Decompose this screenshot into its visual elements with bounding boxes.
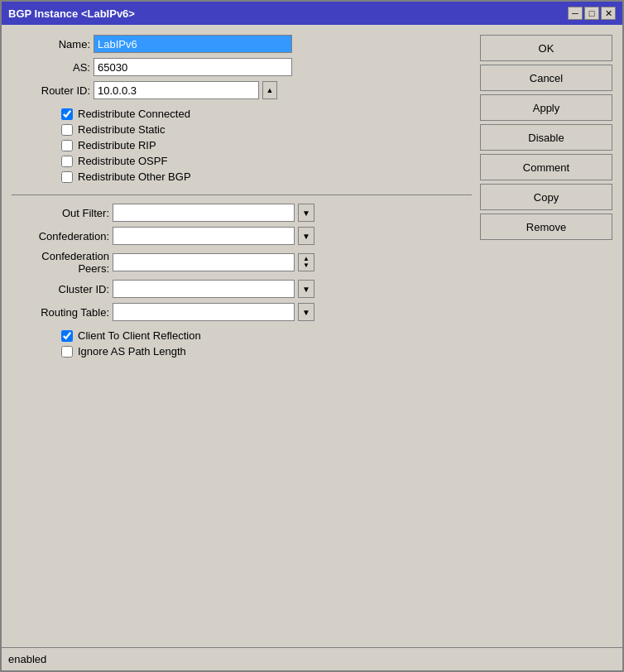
confederation-input[interactable]: [113, 227, 295, 245]
cancel-button[interactable]: Cancel: [480, 65, 612, 91]
side-panel: OK Cancel Apply Disable Comment Copy Rem…: [480, 35, 612, 637]
maximize-button[interactable]: □: [584, 7, 599, 20]
checkbox-row-1: Redistribute Connected: [61, 108, 472, 120]
client-to-client-checkbox[interactable]: [61, 330, 73, 342]
main-panel: Name: AS: Router ID: ▲ Redistribute Conn…: [12, 35, 472, 637]
confederation-label: Confederation:: [12, 230, 109, 242]
confederation-row: Confederation: ▼: [12, 227, 472, 245]
out-filter-input[interactable]: [113, 204, 295, 222]
conf-peers-spinner-btn[interactable]: ▲ ▼: [298, 253, 314, 271]
redistribute-connected-checkbox[interactable]: [61, 108, 73, 120]
as-row: AS:: [12, 58, 472, 76]
routing-table-label: Routing Table:: [12, 306, 109, 319]
checkbox-row-2: Redistribute Static: [61, 123, 472, 136]
checkbox-row-6: Client To Client Reflection: [61, 329, 472, 342]
ignore-as-path-label: Ignore AS Path Length: [78, 345, 186, 358]
copy-button[interactable]: Copy: [480, 184, 612, 210]
title-bar-buttons: ─ □ ✕: [568, 7, 616, 20]
redistribute-other-bgp-checkbox[interactable]: [61, 171, 73, 183]
routerid-label: Router ID:: [12, 84, 90, 97]
confederation-dropdown-btn[interactable]: ▼: [298, 227, 314, 245]
cluster-id-dropdown-btn[interactable]: ▼: [298, 280, 314, 298]
bottom-checkboxes: Client To Client Reflection Ignore AS Pa…: [61, 326, 472, 361]
redistribute-checkboxes: Redistribute Connected Redistribute Stat…: [61, 104, 472, 186]
out-filter-row: Out Filter: ▼: [12, 204, 472, 222]
checkbox-row-5: Redistribute Other BGP: [61, 170, 472, 183]
ignore-as-path-checkbox[interactable]: [61, 346, 73, 358]
conf-peers-row: Confederation Peers: ▲ ▼: [12, 250, 472, 275]
apply-button[interactable]: Apply: [480, 94, 612, 121]
routerid-spinner-up[interactable]: ▲: [262, 81, 277, 99]
routerid-row: Router ID: ▲: [12, 81, 472, 99]
main-window: BGP Instance <LabIPv6> ─ □ ✕ Name: AS: R…: [0, 0, 624, 672]
title-bar: BGP Instance <LabIPv6> ─ □ ✕: [2, 2, 622, 25]
status-bar: enabled: [2, 647, 622, 670]
ok-button[interactable]: OK: [480, 35, 612, 61]
cluster-id-label: Cluster ID:: [12, 283, 109, 295]
checkbox-row-7: Ignore AS Path Length: [61, 345, 472, 358]
redistribute-connected-label: Redistribute Connected: [78, 108, 190, 120]
redistribute-rip-checkbox[interactable]: [61, 140, 73, 151]
redistribute-rip-label: Redistribute RIP: [78, 139, 156, 151]
routing-table-input[interactable]: [113, 303, 295, 321]
disable-button[interactable]: Disable: [480, 124, 612, 151]
name-input[interactable]: [94, 35, 292, 53]
redistribute-ospf-label: Redistribute OSPF: [78, 155, 167, 167]
checkbox-row-4: Redistribute OSPF: [61, 155, 472, 167]
as-label: AS:: [12, 61, 90, 74]
remove-button[interactable]: Remove: [480, 214, 612, 240]
as-input[interactable]: [94, 58, 292, 76]
out-filter-label: Out Filter:: [12, 207, 109, 219]
divider-1: [12, 194, 472, 195]
out-filter-dropdown-btn[interactable]: ▼: [298, 204, 314, 222]
name-label: Name:: [12, 38, 90, 50]
redistribute-static-label: Redistribute Static: [78, 123, 166, 136]
content-area: Name: AS: Router ID: ▲ Redistribute Conn…: [2, 25, 622, 647]
conf-peers-label: Confederation Peers:: [12, 250, 109, 275]
comment-button[interactable]: Comment: [480, 154, 612, 180]
routerid-input[interactable]: [94, 81, 259, 99]
redistribute-ospf-checkbox[interactable]: [61, 156, 73, 167]
status-text: enabled: [8, 653, 46, 665]
client-to-client-label: Client To Client Reflection: [78, 329, 201, 342]
name-row: Name:: [12, 35, 472, 53]
routing-table-dropdown-btn[interactable]: ▼: [298, 303, 314, 321]
cluster-id-input[interactable]: [113, 280, 295, 298]
conf-peers-input[interactable]: [113, 253, 295, 271]
checkbox-row-3: Redistribute RIP: [61, 139, 472, 151]
routing-table-row: Routing Table: ▼: [12, 303, 472, 321]
minimize-button[interactable]: ─: [568, 7, 583, 20]
cluster-id-row: Cluster ID: ▼: [12, 280, 472, 298]
redistribute-static-checkbox[interactable]: [61, 124, 73, 136]
close-button[interactable]: ✕: [601, 7, 616, 20]
window-title: BGP Instance <LabIPv6>: [8, 7, 135, 20]
redistribute-other-bgp-label: Redistribute Other BGP: [78, 170, 191, 183]
